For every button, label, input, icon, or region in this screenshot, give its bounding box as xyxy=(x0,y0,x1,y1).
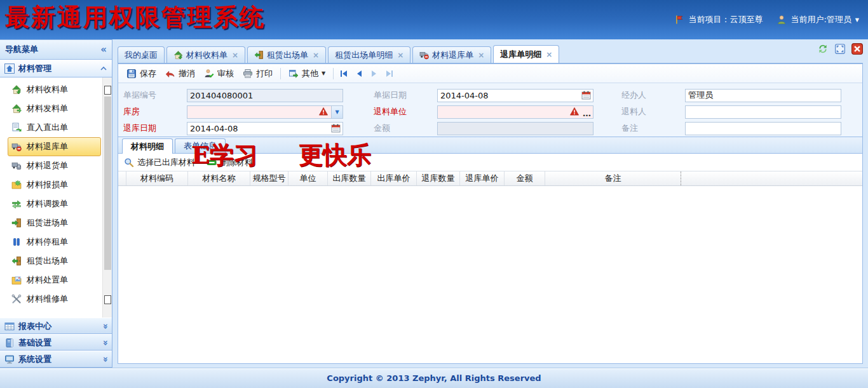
sidebar-collapse-icon[interactable]: « xyxy=(100,44,107,55)
column-return-price[interactable]: 退库单价 xyxy=(460,171,505,185)
folder-image-icon xyxy=(11,275,22,285)
close-tab-button[interactable] xyxy=(851,43,863,55)
handler-label: 经办人 xyxy=(621,90,685,101)
undo-icon xyxy=(165,69,175,79)
calendar-icon[interactable] xyxy=(581,90,592,100)
sidebar-item-material-allocation[interactable]: 材料调拨单 xyxy=(8,194,101,213)
document-tabbar: 我的桌面 材料收料单 × 租赁出场单 × 租赁出场单明细 × 材料退库单 × 退… xyxy=(118,46,863,64)
remark-field[interactable] xyxy=(685,122,841,135)
sidebar-section-material-management[interactable]: 材料管理 xyxy=(0,60,112,77)
sidebar-item-material-disposal[interactable]: 材料处置单 xyxy=(8,271,101,290)
sidebar-item-lease-exit[interactable]: 租赁出场单 xyxy=(8,251,101,271)
column-return-qty[interactable]: 退库数量 xyxy=(417,171,460,185)
column-remark[interactable]: 备注 xyxy=(545,171,681,185)
transfer-arrows-icon xyxy=(11,199,22,209)
scroll-up-button[interactable] xyxy=(104,86,111,95)
scrollbar-thumb[interactable] xyxy=(104,97,111,270)
nav-next-icon[interactable] xyxy=(370,69,379,78)
search-icon xyxy=(124,157,134,168)
return-order-panel: 保存 撤消 审核 打印 其他 ▼ xyxy=(118,64,863,364)
doc-no-field[interactable] xyxy=(187,89,343,102)
returner-field[interactable] xyxy=(685,105,841,119)
sidebar-section-basic-settings[interactable]: 基础设置 « xyxy=(0,334,112,351)
tools-icon xyxy=(11,294,22,304)
sidebar-section-report-center[interactable]: 报表中心 « xyxy=(0,318,112,334)
sidebar-item-direct-in-out[interactable]: 直入直出单 xyxy=(8,118,101,137)
door-out-icon xyxy=(254,50,264,60)
save-icon xyxy=(126,69,137,79)
doc-date-field[interactable] xyxy=(437,89,593,102)
return-date-field[interactable] xyxy=(187,122,343,135)
user-icon xyxy=(776,15,787,25)
audit-button[interactable]: 审核 xyxy=(200,66,238,81)
nav-first-icon[interactable] xyxy=(339,69,348,78)
column-amount[interactable]: 金额 xyxy=(505,171,545,185)
sidebar-item-material-stop-lease[interactable]: 材料停租单 xyxy=(8,232,101,251)
tab-my-desktop[interactable]: 我的桌面 xyxy=(118,46,165,63)
close-icon[interactable]: × xyxy=(232,51,238,60)
column-issue-price[interactable]: 出库单价 xyxy=(371,171,417,185)
print-button[interactable]: 打印 xyxy=(238,66,277,81)
door-in-icon xyxy=(11,218,22,228)
amount-label: 金额 xyxy=(374,123,437,134)
close-icon[interactable]: × xyxy=(397,51,403,60)
column-material-name[interactable]: 材料名称 xyxy=(188,171,250,185)
flag-icon xyxy=(674,15,684,25)
select-issued-material-button[interactable]: 选择已出库材料 xyxy=(124,157,195,168)
sidebar-item-material-receipt[interactable]: 材料收料单 xyxy=(8,80,101,99)
minus-icon xyxy=(207,157,217,168)
navigation-sidebar: 导航菜单 « 材料管理 材料收料单 材料发料单 直入直出单 材料退库单 xyxy=(0,39,112,368)
column-issue-qty[interactable]: 出库数量 xyxy=(328,171,371,185)
chevron-down-icon: ▼ xyxy=(855,17,859,23)
sidebar-header: 导航菜单 « xyxy=(0,40,112,60)
nav-prev-icon[interactable] xyxy=(355,69,363,78)
home-in-icon xyxy=(173,50,183,60)
tab-material-return-to-store[interactable]: 材料退库单 × xyxy=(412,46,491,63)
close-icon[interactable]: × xyxy=(478,51,484,60)
sidebar-section-system-settings[interactable]: 系统设置 « xyxy=(0,351,112,367)
app-header: 最新通用权限管理系统 当前项目：云顶至尊 当前用户:管理员 ▼ xyxy=(0,0,868,39)
sidebar-item-material-repair[interactable]: 材料维修单 xyxy=(8,290,101,309)
tab-lease-exit[interactable]: 租赁出场单 × xyxy=(247,46,326,63)
column-material-code[interactable]: 材料编码 xyxy=(126,171,188,185)
subtab-form-info[interactable]: 表单信息 xyxy=(175,138,226,153)
copyright-text: Copyright © 2013 Zephyr, All Rights Rese… xyxy=(327,373,541,383)
sidebar-scrollbar[interactable] xyxy=(102,77,112,318)
current-project: 当前项目：云顶至尊 xyxy=(674,14,763,25)
current-user-menu[interactable]: 当前用户:管理员 ▼ xyxy=(776,14,859,25)
material-grid-body[interactable] xyxy=(118,186,862,363)
maximize-icon[interactable] xyxy=(834,43,846,55)
column-spec-model[interactable]: 规格型号 xyxy=(250,171,288,185)
sidebar-item-material-issue[interactable]: 材料发料单 xyxy=(8,99,101,118)
tab-material-receipt[interactable]: 材料收料单 × xyxy=(166,46,245,63)
return-unit-picker-button[interactable]: … xyxy=(583,105,591,119)
subtab-material-detail[interactable]: 材料明细 xyxy=(122,138,173,154)
chevron-up-icon[interactable] xyxy=(100,65,107,72)
pause-icon xyxy=(11,237,22,247)
refresh-icon[interactable] xyxy=(817,43,829,55)
handler-field[interactable] xyxy=(685,89,841,102)
sidebar-item-lease-entry[interactable]: 租赁进场单 xyxy=(8,213,101,232)
warehouse-dropdown-button[interactable]: ▼ xyxy=(332,105,343,119)
folder-damage-icon xyxy=(11,180,22,190)
undo-button[interactable]: 撤消 xyxy=(161,66,200,81)
save-button[interactable]: 保存 xyxy=(122,66,161,81)
main-content: 我的桌面 材料收料单 × 租赁出场单 × 租赁出场单明细 × 材料退库单 × 退… xyxy=(113,39,868,368)
sidebar-item-material-return-to-store[interactable]: 材料退库单 xyxy=(8,137,101,156)
printer-icon xyxy=(243,69,253,79)
tab-return-order-detail[interactable]: 退库单明细 × xyxy=(493,45,559,63)
warehouse-field[interactable] xyxy=(187,105,332,119)
close-icon[interactable]: × xyxy=(546,50,552,59)
close-icon[interactable]: × xyxy=(313,51,319,60)
returner-label: 退料人 xyxy=(621,106,685,117)
tab-lease-exit-detail[interactable]: 租赁出场单明细 × xyxy=(328,46,410,63)
scroll-down-button[interactable] xyxy=(104,295,111,304)
nav-last-icon[interactable] xyxy=(385,69,394,78)
delete-material-button[interactable]: 删除材料 xyxy=(207,157,253,168)
monitor-icon xyxy=(4,354,15,365)
sidebar-item-material-return-goods[interactable]: 材料退货单 xyxy=(8,156,101,175)
column-unit[interactable]: 单位 xyxy=(288,171,328,185)
calendar-icon[interactable] xyxy=(330,123,341,133)
other-menu-button[interactable]: 其他 ▼ xyxy=(284,66,330,81)
sidebar-item-material-damage-report[interactable]: 材料报损单 xyxy=(8,175,101,194)
